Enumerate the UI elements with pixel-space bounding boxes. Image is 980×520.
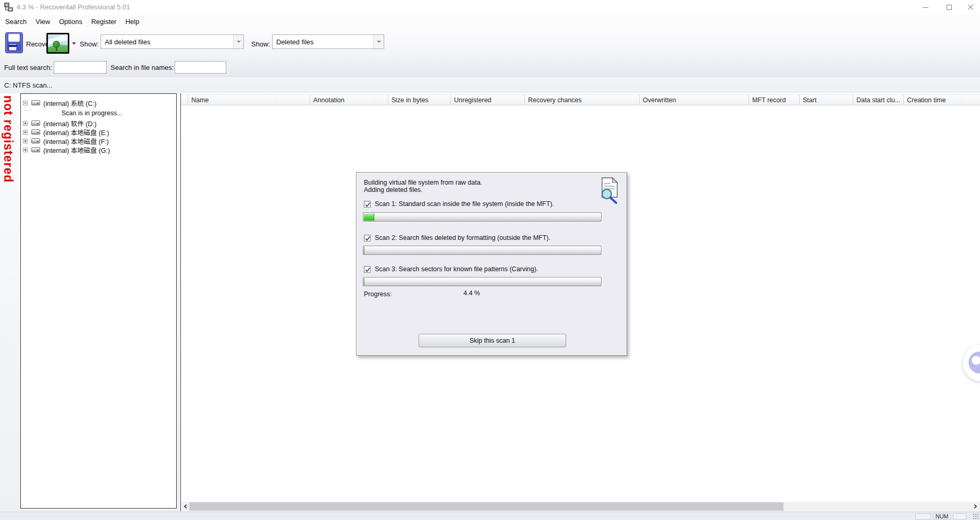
dialog-message-line1: Building virtual file system from raw da… [364,179,482,186]
check-icon [365,236,371,241]
picture-dropdown-caret-icon[interactable] [72,42,76,45]
chevron-right-icon [973,504,977,509]
chevron-down-icon [237,41,241,43]
progress-value: 4.4 % [463,289,480,297]
scan-progress-dialog: Building virtual file system from raw da… [356,172,627,356]
show-type-combobox[interactable]: Deleted files [272,34,384,49]
column-header-select[interactable] [181,95,188,105]
filenames-search-input[interactable] [175,61,226,74]
show-type-label: Show: [251,40,270,48]
scan3-progress-bar [363,277,602,286]
filenames-search-label: Search in file names: [111,64,174,71]
expand-icon[interactable] [23,130,28,135]
scan3-label: Scan 3: Search sectors for known file pa… [375,265,538,273]
scan2-checkbox[interactable] [364,235,371,241]
scan3-checkbox[interactable] [364,266,371,273]
tree-item-drive-e[interactable]: (internal) 本地磁盘 (E:) [21,127,109,137]
column-header-unregistered[interactable]: Unregistered [451,95,525,105]
minimize-icon [923,7,928,8]
num-lock-indicator: NUM [933,513,951,519]
menu-register[interactable]: Register [91,18,116,26]
menu-options[interactable]: Options [59,18,82,26]
column-header-mft-record[interactable]: MFT record [749,95,800,105]
scrollbar-thumb[interactable] [189,502,783,511]
close-button[interactable] [961,0,980,15]
scan2-row: Scan 2: Search files deleted by formatti… [364,234,550,241]
menu-view[interactable]: View [35,18,50,26]
maximize-button[interactable] [937,0,961,15]
scan3-row: Scan 3: Search sectors for known file pa… [364,265,538,273]
column-header-size[interactable]: Size in bytes [388,95,451,105]
chevron-left-icon [184,504,188,509]
column-header-data-start-cluster[interactable]: Data start clu... [853,95,904,105]
tree-item-drive-f[interactable]: (internal) 本地磁盘 (F:) [21,136,109,146]
expand-icon[interactable] [23,148,28,152]
tree-item-drive-d[interactable]: (internal) 软件 (D:) [21,118,96,128]
status-bar: NUM [0,512,980,520]
show-filter-dropdown-button[interactable] [233,35,243,49]
show-type-dropdown-button[interactable] [373,35,384,49]
menu-search[interactable]: Search [5,18,27,26]
column-header-creation-time[interactable]: Creation time [904,95,980,105]
close-icon [967,4,974,10]
horizontal-scrollbar[interactable] [181,502,980,511]
column-header-annotation[interactable]: Annotation [310,95,388,105]
column-header-overwritten[interactable]: Overwritten [640,95,749,105]
scan1-row: Scan 1: Standard scan inside the file sy… [364,200,554,208]
scan1-checkbox[interactable] [364,201,371,208]
scroll-right-button[interactable] [971,502,980,511]
expand-icon[interactable] [23,121,28,126]
not-registered-notice: not registered [1,95,15,183]
column-header-start[interactable]: Start [800,95,853,105]
window-title: 4.3 % - Recover4all Professional 5.01 [17,3,130,11]
skip-scan-button[interactable]: Skip this scan 1 [419,334,566,347]
drive-icon [31,120,40,126]
chevron-down-icon [377,41,381,43]
drive-icon [31,100,40,105]
scan2-progress-bar [363,246,602,255]
show-filter-combobox[interactable]: All deleted files [101,34,244,49]
file-search-icon [600,177,621,204]
drive-tree-panel: (internal) 系统 (C:) Scan is in progress..… [20,93,177,509]
picture-view-button[interactable] [46,33,69,54]
column-header-recovery-chances[interactable]: Recovery chances [525,95,640,105]
scan2-label: Scan 2: Search files deleted by formatti… [375,234,550,241]
column-header-name[interactable]: Name [188,95,310,105]
minimize-button[interactable] [913,0,937,15]
status-panel [953,513,966,519]
fulltext-search-label: Full text search: [4,64,52,71]
show-filter-value: All deleted files [101,38,233,46]
title-bar: 4.3 % - Recover4all Professional 5.01 [0,0,980,15]
scan3-progress-fill [364,278,364,285]
scan1-progress-bar [363,212,602,222]
tree-item-label: (internal) 系统 (C:) [43,98,96,108]
show-type-value: Deleted files [273,38,373,46]
progress-label: Progress: [364,291,392,298]
tree-item-drive-g[interactable]: (internal) 本地磁盘 (G:) [21,145,110,154]
scan-status-band: C: NTFS scan... [0,77,980,93]
scan2-progress-fill [364,247,364,254]
check-icon [365,267,371,273]
resize-grip[interactable] [973,513,979,519]
file-table-header: Name Annotation Size in bytes Unregister… [181,94,980,105]
status-panel [915,513,931,519]
app-icon [4,3,14,11]
app-window: 4.3 % - Recover4all Professional 5.01 Se… [0,0,980,520]
scan1-label: Scan 1: Standard scan inside the file sy… [375,200,554,208]
drive-icon [31,138,40,143]
recover-button[interactable] [5,32,23,53]
edge-floating-widget-icon [969,352,980,373]
drive-icon [31,147,40,152]
expand-icon[interactable] [23,139,28,143]
menu-help[interactable]: Help [125,18,139,26]
tree-item-drive-c[interactable]: (internal) 系统 (C:) [21,98,96,107]
fulltext-search-input[interactable] [54,61,107,74]
tree-connector [25,104,31,111]
picture-tree-trunk [56,47,57,51]
tree-item-scan-progress: Scan is in progress... [62,110,123,117]
drive-icon [31,129,40,135]
scan-status-text: C: NTFS scan... [4,81,52,89]
maximize-icon [947,5,952,10]
dialog-message-line2: Adding deleted files. [364,186,423,194]
menu-bar: Search View Options Register Help [0,15,980,28]
